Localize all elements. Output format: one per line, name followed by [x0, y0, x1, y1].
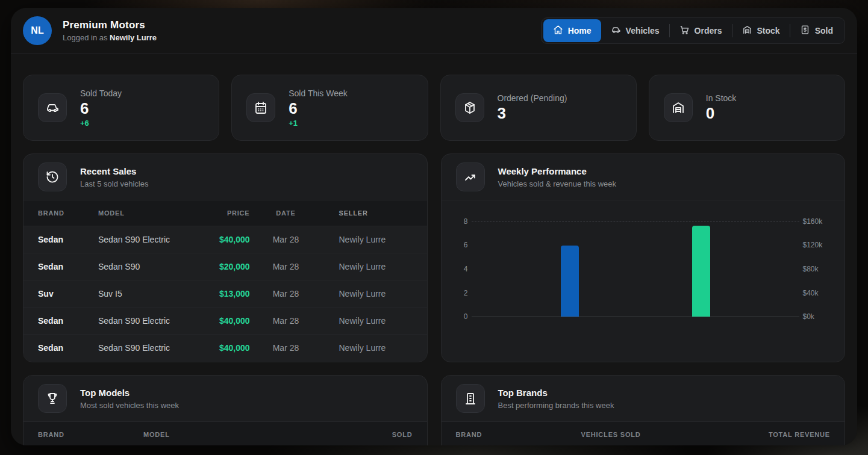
stat-card-sold-today: Sold Today 6 +6: [23, 75, 219, 141]
stat-value: 0: [706, 104, 737, 122]
logged-in-as: Logged in as Newily Lurre: [63, 33, 157, 42]
top-brands-header-row: BRAND VEHICLES SOLD TOTAL REVENUE: [442, 421, 845, 445]
cart-icon: [679, 25, 690, 37]
table-row[interactable]: Sedan Sedan S90 Electric $40,000 Mar 28 …: [23, 334, 427, 361]
x-axis-line: [472, 317, 800, 317]
stat-delta: +1: [289, 119, 348, 128]
table-row[interactable]: Suv Suv I5 $13,000 Mar 28 Newily Lurre: [23, 280, 427, 307]
main-nav: Home Vehicles Orders Stock Sold: [541, 17, 845, 44]
nav-item-vehicles[interactable]: Vehicles: [601, 19, 669, 42]
y2-axis-tick: $160k: [803, 217, 823, 226]
stat-card-ordered-pending: Ordered (Pending) 3: [440, 75, 637, 141]
table-row[interactable]: Sedan Sedan S90 Electric $40,000 Mar 28 …: [23, 226, 427, 253]
stat-card-in-stock: In Stock 0: [649, 75, 845, 141]
banknote-icon: [800, 25, 810, 37]
home-icon: [553, 25, 563, 37]
y-axis-tick: 2: [464, 289, 468, 297]
card-subtitle: Last 5 sold vehicles: [80, 179, 148, 188]
y2-axis-tick: $0k: [803, 312, 814, 321]
avatar: NL: [23, 16, 52, 45]
trophy-icon: [38, 384, 67, 413]
nav-item-home[interactable]: Home: [543, 19, 601, 42]
bar-revenue[interactable]: [692, 226, 710, 317]
trending-up-icon: [456, 162, 485, 191]
y-axis-tick: 0: [464, 312, 468, 321]
warehouse-icon: [664, 93, 693, 122]
card-title: Top Brands: [498, 388, 614, 398]
card-subtitle: Vehicles sold & revenue this week: [498, 179, 617, 188]
stat-value: 3: [498, 104, 567, 122]
stat-label: Sold Today: [80, 88, 122, 98]
stat-label: Sold This Week: [289, 88, 348, 98]
recent-sales-card: Recent Sales Last 5 sold vehicles BRAND …: [23, 153, 428, 362]
stat-delta: +6: [80, 119, 122, 128]
table-row[interactable]: Sedan Sedan S90 Electric $40,000 Mar 28 …: [23, 307, 427, 334]
top-models-card: Top Models Most sold vehicles this week …: [23, 375, 428, 445]
building-icon: [456, 384, 485, 413]
stat-card-sold-this-week: Sold This Week 6 +1: [231, 75, 428, 141]
page-title: Premium Motors: [63, 19, 157, 31]
top-models-header-row: BRAND MODEL SOLD: [23, 421, 427, 445]
nav-item-sold[interactable]: Sold: [790, 19, 843, 42]
weekly-performance-card: Weekly Performance Vehicles sold & reven…: [441, 153, 846, 362]
weekly-chart: 8 6 4 2 0 $160k $120k $80k $40k $0k Sat: [442, 200, 845, 362]
gridline: [472, 221, 800, 222]
bar-vehicles-sold[interactable]: [561, 246, 579, 317]
history-icon: [38, 162, 67, 191]
warehouse-icon: [742, 25, 752, 37]
nav-item-stock[interactable]: Stock: [732, 19, 790, 42]
car-icon: [38, 93, 67, 122]
nav-item-orders[interactable]: Orders: [670, 19, 732, 42]
stat-label: Ordered (Pending): [498, 93, 567, 103]
table-row[interactable]: Sedan Sedan S90 $20,000 Mar 28 Newily Lu…: [23, 253, 427, 280]
stat-value: 6: [289, 99, 348, 117]
avatar-initials: NL: [31, 25, 43, 36]
y2-axis-tick: $80k: [803, 265, 819, 273]
card-title: Top Models: [80, 388, 179, 398]
recent-sales-header-row: BRAND MODEL PRICE DATE SELLER: [23, 200, 427, 226]
y-axis-tick: 4: [464, 265, 468, 273]
car-icon: [611, 25, 621, 37]
y-axis-tick: 6: [464, 241, 468, 249]
stat-label: In Stock: [706, 93, 737, 103]
card-title: Weekly Performance: [498, 166, 617, 176]
package-icon: [455, 93, 484, 122]
y2-axis-tick: $120k: [803, 241, 823, 249]
card-subtitle: Best performing brands this week: [498, 401, 614, 410]
user-name: Newily Lurre: [110, 33, 157, 42]
header: NL Premium Motors Logged in as Newily Lu…: [11, 8, 857, 54]
card-title: Recent Sales: [80, 166, 148, 176]
y2-axis-tick: $40k: [803, 289, 819, 297]
stat-value: 6: [80, 99, 122, 117]
top-brands-card: Top Brands Best performing brands this w…: [441, 375, 846, 445]
dashboard-panel: NL Premium Motors Logged in as Newily Lu…: [11, 8, 857, 445]
stats-row: Sold Today 6 +6 Sold This Week 6 +1 Orde…: [23, 75, 845, 141]
calendar-icon: [246, 93, 275, 122]
y-axis-tick: 8: [464, 217, 468, 226]
card-subtitle: Most sold vehicles this week: [80, 401, 179, 410]
